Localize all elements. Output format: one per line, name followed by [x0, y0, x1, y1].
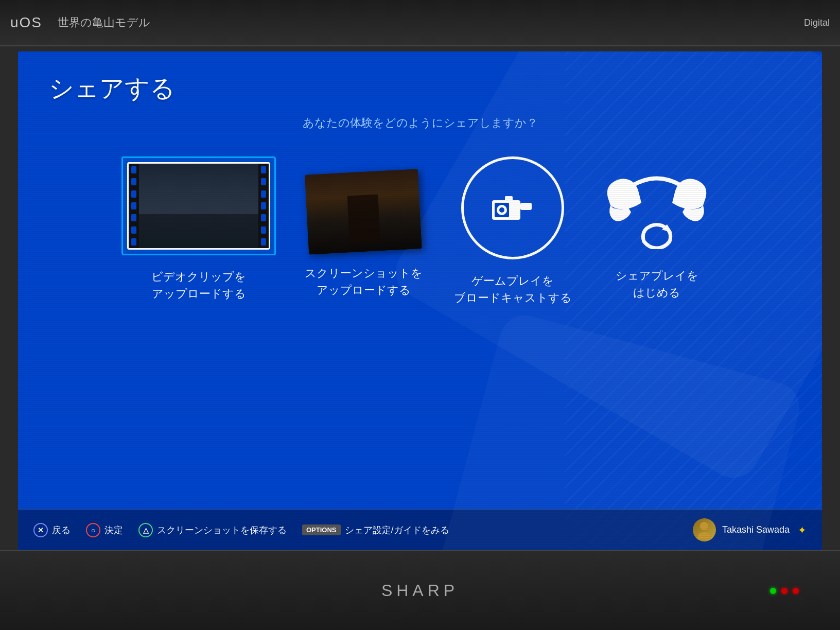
tv-indicator-lights: [770, 588, 799, 594]
option-screenshot[interactable]: スクリーンショットをアップロードする: [296, 172, 430, 299]
action-screenshot-save-label: スクリーンショットを保存する: [157, 524, 287, 536]
tv-top-bar: uOS 世界の亀山モデル Digital: [0, 0, 840, 46]
bottom-bar: ✕ 戻る ○ 決定 △ スクリーンショットを保存する OPTIONS シェア設定…: [18, 509, 822, 550]
tv-bottom-bezel: SHARP: [0, 550, 840, 630]
broadcast-label: ゲームプレイをブロードキャストする: [454, 272, 572, 306]
svg-rect-5: [505, 196, 513, 201]
tv-screen: シェアする あなたの体験をどのようにシェアしますか？: [18, 51, 822, 550]
page-subtitle: あなたの体験をどのようにシェアしますか？: [49, 115, 791, 131]
action-screenshot-save: △ スクリーンショットを保存する: [138, 523, 287, 537]
film-holes-left: [129, 164, 139, 248]
film-image: [139, 164, 258, 248]
light-green: [770, 588, 776, 594]
o-button-icon: ○: [86, 523, 100, 537]
page-title: シェアする: [49, 72, 791, 105]
user-avatar: [693, 518, 716, 541]
svg-point-3: [499, 207, 504, 213]
action-back: ✕ 戻る: [33, 523, 71, 537]
film-strip: [127, 162, 270, 250]
shareplay-controller-icon: [603, 167, 711, 249]
option-broadcast[interactable]: ゲームプレイをブロードキャストする: [451, 156, 574, 306]
action-options: OPTIONS シェア設定/ガイドをみる: [302, 524, 449, 536]
action-confirm-label: 決定: [104, 524, 123, 536]
option-video-clip[interactable]: ビデオクリップをアップロードする: [121, 156, 276, 302]
shareplay-label: シェアプレイをはじめる: [616, 267, 698, 301]
x-button-icon: ✕: [33, 523, 48, 537]
user-name: Takashi Sawada: [722, 524, 790, 535]
tv-frame: uOS 世界の亀山モデル Digital シェアする あなたの体験をどのようにシ…: [0, 0, 840, 630]
tv-model-text: 世界の亀山モデル: [58, 15, 150, 30]
film-holes-right: [258, 164, 269, 248]
user-section: Takashi Sawada ✦: [693, 518, 807, 541]
ps-plus-icon: ✦: [798, 524, 807, 536]
tv-brand-logo: uOS: [10, 14, 42, 31]
action-confirm: ○ 決定: [86, 523, 123, 537]
svg-rect-4: [520, 203, 532, 210]
action-back-label: 戻る: [52, 524, 71, 536]
broadcast-icon-container: [461, 156, 564, 259]
light-red-1: [781, 588, 787, 594]
video-clip-thumbnail-container: [121, 156, 276, 255]
shareplay-icon-container: [600, 162, 713, 254]
screenshot-figure: [347, 194, 380, 242]
tv-digital-label: Digital: [804, 18, 830, 28]
option-shareplay[interactable]: シェアプレイをはじめる: [595, 162, 719, 301]
light-red-2: [793, 588, 799, 594]
ps4-content: シェアする あなたの体験をどのようにシェアしますか？: [18, 51, 822, 550]
video-clip-label: ビデオクリップをアップロードする: [151, 268, 246, 302]
screenshot-thumbnail: [305, 169, 422, 254]
options-button: OPTIONS: [302, 524, 341, 535]
svg-point-7: [700, 522, 708, 530]
options-grid: ビデオクリップをアップロードする スクリーンショットをアップロードする: [49, 156, 791, 306]
film-scene: [139, 164, 258, 248]
triangle-button-icon: △: [138, 523, 153, 537]
broadcast-camera-icon: [489, 190, 536, 226]
options-action-label: シェア設定/ガイドをみる: [345, 524, 449, 536]
tv-brand-bottom: SHARP: [381, 581, 459, 600]
screenshot-label: スクリーンショットをアップロードする: [305, 265, 423, 299]
ps4-background: シェアする あなたの体験をどのようにシェアしますか？: [18, 51, 822, 550]
